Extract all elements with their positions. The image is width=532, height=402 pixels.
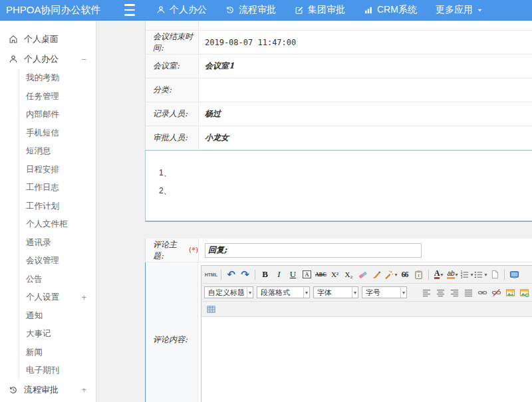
align-center-button[interactable] [434,286,448,299]
editor-content-area[interactable] [201,317,532,402]
sidebar-item-12[interactable]: 通讯录 [19,234,96,252]
sidebar-item-11[interactable]: 个人文件柜 [19,215,96,234]
align-left-button[interactable] [420,286,434,299]
top-menu-label: 更多应用 [436,4,473,16]
sidebar-item-label: 个人设置 [26,292,59,303]
sidebar-item-10[interactable]: 工作计划 [19,197,96,216]
sidebar-item-15[interactable]: 个人设置+ [19,288,96,307]
svg-text:3: 3 [461,275,463,278]
caret-down-icon: ▾ [352,288,358,298]
sidebar-item-17[interactable]: 大事记 [19,325,96,344]
meeting-content-box: 1、2、 [145,150,532,222]
redo-button[interactable]: ↷ [238,268,252,281]
sidebar-item-14[interactable]: 公告 [19,270,96,289]
new-page-button[interactable] [487,268,501,281]
sidebar-item-16[interactable]: 通知 [19,307,96,326]
sidebar-item-8[interactable]: 日程安排 [19,161,96,179]
app-title[interactable]: PHPOA协同办公软件 [0,4,124,17]
caret-down-icon: ▾ [400,288,406,298]
top-menu-item-3[interactable]: 集团审批 [295,4,345,16]
sidebar-item-label: 公告 [26,274,43,285]
italic-button[interactable]: I [272,268,286,281]
app-body: 个人桌面个人办公−我的考勤任务管理内部邮件手机短信短消息日程安排工作日志工作计划… [0,21,532,402]
unordered-list-button[interactable]: ▾ [473,268,487,281]
page-icon [490,270,499,279]
meeting-row-value: 杨过 [199,102,532,126]
align-justify-button[interactable] [462,286,475,299]
comment-content-cell: HTML↶↷BIUAABCX²X₂▾66TA▾ab▾123▾▾ 自定义标题▾段落… [198,262,532,402]
link-icon [477,288,487,298]
fullscreen-button[interactable] [507,268,521,281]
sidebar: 个人桌面个人办公−我的考勤任务管理内部邮件手机短信短消息日程安排工作日志工作计划… [0,21,96,402]
sidebar-item-5[interactable]: 内部邮件 [19,106,96,124]
strikethrough-button[interactable]: ABC [314,268,328,281]
top-menu-item-2[interactable]: 流程审批 [225,4,276,16]
heading-select[interactable]: 自定义标题▾ [204,286,253,298]
align-right-button[interactable] [448,286,462,299]
comment-subject-input[interactable] [205,243,422,258]
underline-button[interactable]: U [286,268,300,281]
ordered-list-button[interactable]: 123▾ [460,268,473,281]
sidebar-item-2[interactable]: 个人办公− [0,49,96,69]
sidebar-item-1[interactable]: 个人桌面 [0,29,96,49]
table-button[interactable] [204,303,218,316]
size-select[interactable]: 字号▾ [362,286,407,298]
sidebar-item-18[interactable]: 新闻 [19,344,96,362]
bold-button[interactable]: B [258,268,272,281]
meeting-value-text: 小龙女 [205,132,229,144]
source-button[interactable]: HTML [204,268,218,281]
font-color-button[interactable]: A▾ [432,268,446,281]
image-button[interactable] [503,286,517,299]
sidebar-item-label: 流程审批 [24,384,59,396]
link-button[interactable] [475,286,489,299]
svg-text:T: T [418,273,420,277]
blockquote-button[interactable]: 66 [398,268,412,281]
collapse-minus-icon[interactable]: − [81,54,89,64]
top-menu-item-1[interactable]: 个人办公 [156,4,207,16]
paste-text-button[interactable]: T [412,268,426,281]
font-select[interactable]: 字体▾ [313,286,358,298]
meeting-row-5: 审批人员:小龙女 [146,126,532,150]
undo-button[interactable]: ↶ [224,268,238,281]
caret-down-icon [477,7,483,13]
font-style-button[interactable]: A [300,268,314,281]
toolbar-separator [428,270,429,280]
format-brush-button[interactable] [370,268,384,281]
history-icon [225,5,235,15]
sidebar-item-7[interactable]: 短消息 [19,142,96,161]
brush-icon [372,270,382,280]
sidebar-item-label: 个人办公 [24,53,59,65]
expand-plus-icon[interactable]: + [81,385,89,395]
sidebar-item-6[interactable]: 手机短信 [19,124,96,143]
sidebar-item-3[interactable]: 我的考勤 [19,69,96,88]
meeting-row-label: 分类: [146,78,199,102]
comment-subject-label: 评论主题: (*) [146,239,199,262]
chart-icon [364,5,373,15]
paragraph-select[interactable]: 段落格式▾ [257,286,310,298]
remove-format-button[interactable] [356,268,370,281]
comment-subject-cell [199,239,532,262]
highlight-button[interactable]: ab▾ [446,268,460,281]
hamburger-menu-icon[interactable] [124,3,139,17]
meeting-rows: 会议结束时间:2019-08-07 11:47:00会议室:会议室1分类:记录人… [146,31,532,150]
sidebar-item-label: 通知 [26,310,43,322]
bold-button-glyph: B [262,269,268,280]
subscript-button[interactable]: X₂ [342,268,356,281]
insert-image-button[interactable] [517,286,531,299]
top-menu-item-4[interactable]: CRM系统 [364,4,417,16]
sidebar-item-13[interactable]: 会议管理 [19,252,96,270]
top-menu-item-5[interactable]: 更多应用 [436,4,483,16]
top-menu-label: CRM系统 [377,4,417,16]
table-value-cell [199,21,532,30]
undo-button-glyph: ↶ [227,270,235,279]
redo-button-glyph: ↷ [241,270,249,279]
unlink-button[interactable] [489,286,503,299]
superscript-button[interactable]: X² [328,268,342,281]
meeting-row-4: 记录人员:杨过 [146,102,532,126]
sidebar-item-19[interactable]: 电子期刊 [19,361,96,380]
sidebar-item-20[interactable]: 流程审批+ [0,380,96,400]
expand-plus-icon[interactable]: + [81,292,89,302]
quick-format-button[interactable]: ▾ [384,268,398,281]
sidebar-item-4[interactable]: 任务管理 [19,88,96,106]
sidebar-item-9[interactable]: 工作日志 [19,179,96,197]
